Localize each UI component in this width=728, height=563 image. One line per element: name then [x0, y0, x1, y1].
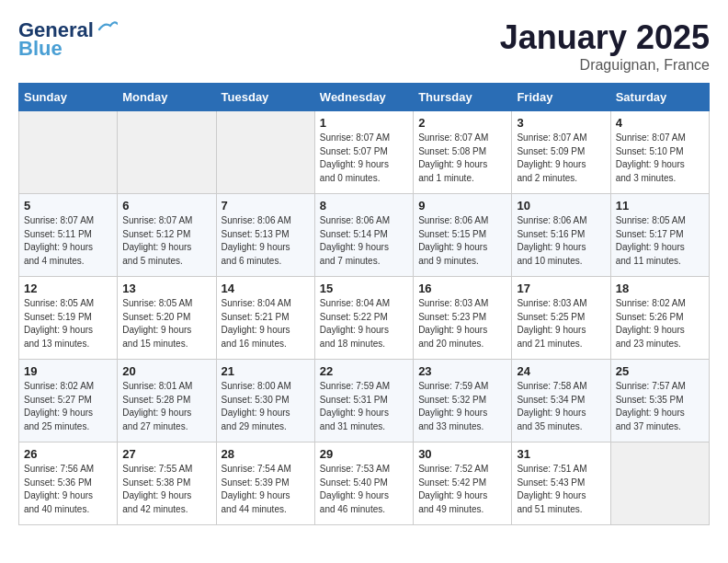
calendar-cell — [610, 442, 709, 525]
cell-info: Sunrise: 8:06 AM Sunset: 5:15 PM Dayligh… — [418, 214, 506, 268]
calendar-cell: 16Sunrise: 8:03 AM Sunset: 5:23 PM Dayli… — [414, 277, 512, 360]
cell-info: Sunrise: 7:52 AM Sunset: 5:42 PM Dayligh… — [418, 463, 506, 516]
calendar-cell: 26Sunrise: 7:56 AM Sunset: 5:36 PM Dayli… — [19, 442, 118, 525]
cell-info: Sunrise: 8:03 AM Sunset: 5:25 PM Dayligh… — [517, 297, 605, 350]
day-number: 8 — [320, 199, 408, 213]
calendar-cell: 15Sunrise: 8:04 AM Sunset: 5:22 PM Dayli… — [314, 277, 413, 360]
calendar-cell: 21Sunrise: 8:00 AM Sunset: 5:30 PM Dayli… — [216, 360, 314, 442]
cell-info: Sunrise: 8:03 AM Sunset: 5:23 PM Dayligh… — [418, 297, 506, 350]
week-row-5: 26Sunrise: 7:56 AM Sunset: 5:36 PM Dayli… — [19, 442, 710, 525]
day-number: 1 — [320, 116, 408, 130]
cell-info: Sunrise: 7:51 AM Sunset: 5:43 PM Dayligh… — [517, 463, 605, 516]
calendar-cell: 25Sunrise: 7:57 AM Sunset: 5:35 PM Dayli… — [610, 360, 709, 442]
calendar-cell: 3Sunrise: 8:07 AM Sunset: 5:09 PM Daylig… — [512, 111, 610, 194]
logo-blue: Blue — [18, 37, 63, 61]
week-row-4: 19Sunrise: 8:02 AM Sunset: 5:27 PM Dayli… — [19, 360, 710, 442]
cell-info: Sunrise: 8:05 AM Sunset: 5:20 PM Dayligh… — [122, 297, 210, 350]
calendar-cell: 14Sunrise: 8:04 AM Sunset: 5:21 PM Dayli… — [216, 277, 314, 360]
cell-info: Sunrise: 8:02 AM Sunset: 5:27 PM Dayligh… — [24, 380, 112, 433]
week-row-3: 12Sunrise: 8:05 AM Sunset: 5:19 PM Dayli… — [19, 277, 710, 360]
calendar-cell: 23Sunrise: 7:59 AM Sunset: 5:32 PM Dayli… — [414, 360, 512, 442]
calendar-cell: 13Sunrise: 8:05 AM Sunset: 5:20 PM Dayli… — [118, 277, 216, 360]
day-number: 5 — [24, 199, 112, 213]
calendar-cell: 20Sunrise: 8:01 AM Sunset: 5:28 PM Dayli… — [118, 360, 216, 442]
calendar-cell: 17Sunrise: 8:03 AM Sunset: 5:25 PM Dayli… — [512, 277, 610, 360]
day-number: 29 — [320, 447, 408, 461]
calendar-cell: 22Sunrise: 7:59 AM Sunset: 5:31 PM Dayli… — [314, 360, 413, 442]
calendar-cell: 27Sunrise: 7:55 AM Sunset: 5:38 PM Dayli… — [118, 442, 216, 525]
logo-bird-icon — [97, 20, 118, 37]
weekday-header-row: SundayMondayTuesdayWednesdayThursdayFrid… — [19, 84, 710, 111]
day-number: 21 — [222, 364, 310, 378]
week-row-1: 1Sunrise: 8:07 AM Sunset: 5:07 PM Daylig… — [19, 111, 710, 194]
cell-info: Sunrise: 8:02 AM Sunset: 5:26 PM Dayligh… — [616, 297, 704, 350]
logo: General Blue — [18, 18, 118, 61]
calendar-cell: 30Sunrise: 7:52 AM Sunset: 5:42 PM Dayli… — [414, 442, 512, 525]
day-number: 3 — [517, 116, 605, 130]
day-number: 15 — [320, 282, 408, 295]
weekday-header-thursday: Thursday — [414, 84, 512, 111]
day-number: 11 — [616, 199, 704, 213]
cell-info: Sunrise: 8:07 AM Sunset: 5:09 PM Dayligh… — [517, 132, 605, 185]
day-number: 6 — [122, 199, 210, 213]
cell-info: Sunrise: 8:05 AM Sunset: 5:17 PM Dayligh… — [616, 214, 704, 268]
calendar-cell: 5Sunrise: 8:07 AM Sunset: 5:11 PM Daylig… — [19, 194, 118, 277]
calendar-cell: 10Sunrise: 8:06 AM Sunset: 5:16 PM Dayli… — [512, 194, 610, 277]
day-number: 24 — [517, 364, 605, 378]
cell-info: Sunrise: 7:56 AM Sunset: 5:36 PM Dayligh… — [24, 463, 112, 516]
weekday-header-sunday: Sunday — [19, 84, 118, 111]
day-number: 19 — [24, 364, 112, 378]
day-number: 16 — [418, 282, 506, 295]
cell-info: Sunrise: 8:06 AM Sunset: 5:16 PM Dayligh… — [517, 214, 605, 268]
calendar-cell: 12Sunrise: 8:05 AM Sunset: 5:19 PM Dayli… — [19, 277, 118, 360]
cell-info: Sunrise: 7:53 AM Sunset: 5:40 PM Dayligh… — [320, 463, 408, 516]
cell-info: Sunrise: 7:54 AM Sunset: 5:39 PM Dayligh… — [222, 463, 310, 516]
day-number: 30 — [418, 447, 506, 461]
month-title: January 2025 — [500, 18, 710, 57]
day-number: 14 — [222, 282, 310, 295]
cell-info: Sunrise: 7:58 AM Sunset: 5:34 PM Dayligh… — [517, 380, 605, 433]
day-number: 31 — [517, 447, 605, 461]
day-number: 26 — [24, 447, 112, 461]
cell-info: Sunrise: 7:59 AM Sunset: 5:31 PM Dayligh… — [320, 380, 408, 433]
calendar-cell: 28Sunrise: 7:54 AM Sunset: 5:39 PM Dayli… — [216, 442, 314, 525]
calendar-cell: 19Sunrise: 8:02 AM Sunset: 5:27 PM Dayli… — [19, 360, 118, 442]
day-number: 27 — [122, 447, 210, 461]
calendar-cell: 24Sunrise: 7:58 AM Sunset: 5:34 PM Dayli… — [512, 360, 610, 442]
calendar-cell: 4Sunrise: 8:07 AM Sunset: 5:10 PM Daylig… — [610, 111, 709, 194]
cell-info: Sunrise: 7:57 AM Sunset: 5:35 PM Dayligh… — [616, 380, 704, 433]
calendar-cell: 11Sunrise: 8:05 AM Sunset: 5:17 PM Dayli… — [610, 194, 709, 277]
day-number: 20 — [122, 364, 210, 378]
day-number: 17 — [517, 282, 605, 295]
calendar-cell — [19, 111, 118, 194]
cell-info: Sunrise: 8:04 AM Sunset: 5:21 PM Dayligh… — [222, 297, 310, 350]
calendar-cell: 9Sunrise: 8:06 AM Sunset: 5:15 PM Daylig… — [414, 194, 512, 277]
cell-info: Sunrise: 8:06 AM Sunset: 5:14 PM Dayligh… — [320, 214, 408, 268]
calendar-cell: 18Sunrise: 8:02 AM Sunset: 5:26 PM Dayli… — [610, 277, 709, 360]
weekday-header-wednesday: Wednesday — [314, 84, 413, 111]
cell-info: Sunrise: 8:07 AM Sunset: 5:08 PM Dayligh… — [418, 132, 506, 185]
day-number: 9 — [418, 199, 506, 213]
calendar-cell — [118, 111, 216, 194]
calendar-cell: 7Sunrise: 8:06 AM Sunset: 5:13 PM Daylig… — [216, 194, 314, 277]
day-number: 10 — [517, 199, 605, 213]
cell-info: Sunrise: 8:07 AM Sunset: 5:11 PM Dayligh… — [24, 214, 112, 268]
day-number: 4 — [616, 116, 704, 130]
calendar-cell — [216, 111, 314, 194]
weekday-header-monday: Monday — [118, 84, 216, 111]
day-number: 12 — [24, 282, 112, 295]
cell-info: Sunrise: 8:06 AM Sunset: 5:13 PM Dayligh… — [222, 214, 310, 268]
calendar-cell: 2Sunrise: 8:07 AM Sunset: 5:08 PM Daylig… — [414, 111, 512, 194]
day-number: 23 — [418, 364, 506, 378]
day-number: 28 — [222, 447, 310, 461]
cell-info: Sunrise: 8:07 AM Sunset: 5:07 PM Dayligh… — [320, 132, 408, 185]
day-number: 18 — [616, 282, 704, 295]
day-number: 22 — [320, 364, 408, 378]
weekday-header-tuesday: Tuesday — [216, 84, 314, 111]
calendar-table: SundayMondayTuesdayWednesdayThursdayFrid… — [18, 83, 710, 525]
weekday-header-saturday: Saturday — [610, 84, 709, 111]
location: Draguignan, France — [500, 57, 710, 74]
calendar-cell: 8Sunrise: 8:06 AM Sunset: 5:14 PM Daylig… — [314, 194, 413, 277]
cell-info: Sunrise: 8:01 AM Sunset: 5:28 PM Dayligh… — [122, 380, 210, 433]
calendar-cell: 6Sunrise: 8:07 AM Sunset: 5:12 PM Daylig… — [118, 194, 216, 277]
